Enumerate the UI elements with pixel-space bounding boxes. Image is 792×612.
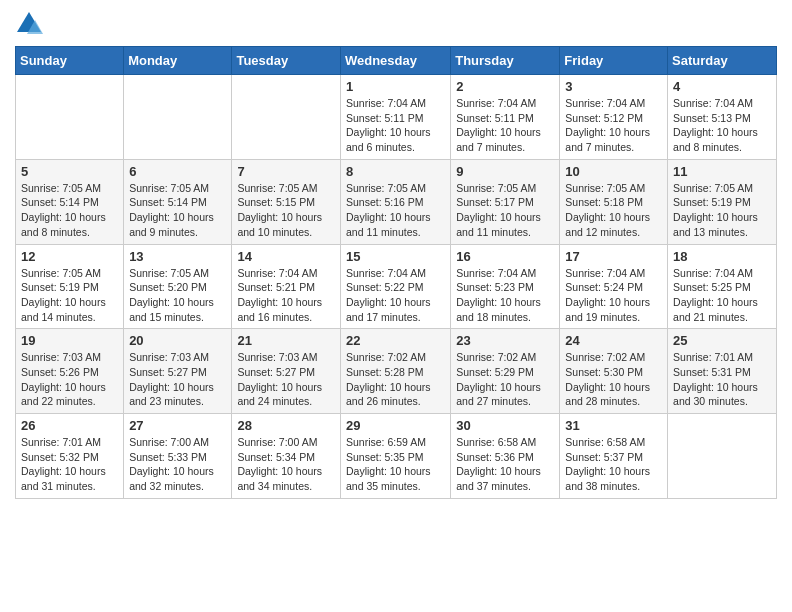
day-number: 21 — [237, 333, 335, 348]
day-number: 6 — [129, 164, 226, 179]
day-cell: 12Sunrise: 7:05 AMSunset: 5:19 PMDayligh… — [16, 244, 124, 329]
day-cell: 31Sunrise: 6:58 AMSunset: 5:37 PMDayligh… — [560, 414, 668, 499]
day-cell: 28Sunrise: 7:00 AMSunset: 5:34 PMDayligh… — [232, 414, 341, 499]
day-number: 25 — [673, 333, 771, 348]
day-number: 8 — [346, 164, 445, 179]
calendar-table: SundayMondayTuesdayWednesdayThursdayFrid… — [15, 46, 777, 499]
day-cell: 25Sunrise: 7:01 AMSunset: 5:31 PMDayligh… — [668, 329, 777, 414]
header-wednesday: Wednesday — [340, 47, 450, 75]
day-info: Sunrise: 7:04 AMSunset: 5:24 PMDaylight:… — [565, 266, 662, 325]
day-info: Sunrise: 7:04 AMSunset: 5:12 PMDaylight:… — [565, 96, 662, 155]
day-number: 15 — [346, 249, 445, 264]
header-friday: Friday — [560, 47, 668, 75]
day-number: 27 — [129, 418, 226, 433]
day-number: 28 — [237, 418, 335, 433]
day-cell: 21Sunrise: 7:03 AMSunset: 5:27 PMDayligh… — [232, 329, 341, 414]
page-header — [15, 10, 777, 38]
logo — [15, 10, 47, 38]
day-info: Sunrise: 7:01 AMSunset: 5:32 PMDaylight:… — [21, 435, 118, 494]
day-cell — [124, 75, 232, 160]
day-cell: 1Sunrise: 7:04 AMSunset: 5:11 PMDaylight… — [340, 75, 450, 160]
day-info: Sunrise: 7:00 AMSunset: 5:33 PMDaylight:… — [129, 435, 226, 494]
day-info: Sunrise: 7:03 AMSunset: 5:26 PMDaylight:… — [21, 350, 118, 409]
day-info: Sunrise: 7:02 AMSunset: 5:29 PMDaylight:… — [456, 350, 554, 409]
day-number: 26 — [21, 418, 118, 433]
day-cell: 4Sunrise: 7:04 AMSunset: 5:13 PMDaylight… — [668, 75, 777, 160]
day-info: Sunrise: 7:04 AMSunset: 5:25 PMDaylight:… — [673, 266, 771, 325]
day-cell: 29Sunrise: 6:59 AMSunset: 5:35 PMDayligh… — [340, 414, 450, 499]
day-cell: 8Sunrise: 7:05 AMSunset: 5:16 PMDaylight… — [340, 159, 450, 244]
day-cell: 23Sunrise: 7:02 AMSunset: 5:29 PMDayligh… — [451, 329, 560, 414]
day-info: Sunrise: 6:58 AMSunset: 5:36 PMDaylight:… — [456, 435, 554, 494]
day-number: 22 — [346, 333, 445, 348]
day-cell: 22Sunrise: 7:02 AMSunset: 5:28 PMDayligh… — [340, 329, 450, 414]
day-number: 4 — [673, 79, 771, 94]
day-info: Sunrise: 7:00 AMSunset: 5:34 PMDaylight:… — [237, 435, 335, 494]
day-cell: 27Sunrise: 7:00 AMSunset: 5:33 PMDayligh… — [124, 414, 232, 499]
day-info: Sunrise: 7:02 AMSunset: 5:30 PMDaylight:… — [565, 350, 662, 409]
day-cell: 3Sunrise: 7:04 AMSunset: 5:12 PMDaylight… — [560, 75, 668, 160]
day-number: 10 — [565, 164, 662, 179]
day-number: 31 — [565, 418, 662, 433]
day-cell: 26Sunrise: 7:01 AMSunset: 5:32 PMDayligh… — [16, 414, 124, 499]
day-cell — [16, 75, 124, 160]
week-row-4: 19Sunrise: 7:03 AMSunset: 5:26 PMDayligh… — [16, 329, 777, 414]
day-info: Sunrise: 7:05 AMSunset: 5:19 PMDaylight:… — [673, 181, 771, 240]
day-number: 7 — [237, 164, 335, 179]
header-sunday: Sunday — [16, 47, 124, 75]
logo-icon — [15, 10, 43, 38]
day-cell: 5Sunrise: 7:05 AMSunset: 5:14 PMDaylight… — [16, 159, 124, 244]
day-cell: 14Sunrise: 7:04 AMSunset: 5:21 PMDayligh… — [232, 244, 341, 329]
day-info: Sunrise: 7:04 AMSunset: 5:23 PMDaylight:… — [456, 266, 554, 325]
day-cell — [668, 414, 777, 499]
day-number: 11 — [673, 164, 771, 179]
day-cell: 17Sunrise: 7:04 AMSunset: 5:24 PMDayligh… — [560, 244, 668, 329]
day-number: 1 — [346, 79, 445, 94]
header-tuesday: Tuesday — [232, 47, 341, 75]
day-number: 17 — [565, 249, 662, 264]
day-info: Sunrise: 7:05 AMSunset: 5:16 PMDaylight:… — [346, 181, 445, 240]
day-cell: 11Sunrise: 7:05 AMSunset: 5:19 PMDayligh… — [668, 159, 777, 244]
week-row-5: 26Sunrise: 7:01 AMSunset: 5:32 PMDayligh… — [16, 414, 777, 499]
day-cell: 24Sunrise: 7:02 AMSunset: 5:30 PMDayligh… — [560, 329, 668, 414]
day-cell: 18Sunrise: 7:04 AMSunset: 5:25 PMDayligh… — [668, 244, 777, 329]
day-info: Sunrise: 7:05 AMSunset: 5:14 PMDaylight:… — [21, 181, 118, 240]
day-cell: 19Sunrise: 7:03 AMSunset: 5:26 PMDayligh… — [16, 329, 124, 414]
day-number: 14 — [237, 249, 335, 264]
day-info: Sunrise: 7:04 AMSunset: 5:22 PMDaylight:… — [346, 266, 445, 325]
day-cell: 9Sunrise: 7:05 AMSunset: 5:17 PMDaylight… — [451, 159, 560, 244]
calendar-header-row: SundayMondayTuesdayWednesdayThursdayFrid… — [16, 47, 777, 75]
day-info: Sunrise: 7:04 AMSunset: 5:11 PMDaylight:… — [456, 96, 554, 155]
day-info: Sunrise: 6:59 AMSunset: 5:35 PMDaylight:… — [346, 435, 445, 494]
day-number: 29 — [346, 418, 445, 433]
week-row-1: 1Sunrise: 7:04 AMSunset: 5:11 PMDaylight… — [16, 75, 777, 160]
day-cell: 10Sunrise: 7:05 AMSunset: 5:18 PMDayligh… — [560, 159, 668, 244]
day-number: 3 — [565, 79, 662, 94]
day-number: 24 — [565, 333, 662, 348]
day-number: 19 — [21, 333, 118, 348]
day-number: 30 — [456, 418, 554, 433]
header-monday: Monday — [124, 47, 232, 75]
day-info: Sunrise: 7:01 AMSunset: 5:31 PMDaylight:… — [673, 350, 771, 409]
day-cell: 20Sunrise: 7:03 AMSunset: 5:27 PMDayligh… — [124, 329, 232, 414]
day-number: 23 — [456, 333, 554, 348]
day-info: Sunrise: 7:05 AMSunset: 5:19 PMDaylight:… — [21, 266, 118, 325]
header-saturday: Saturday — [668, 47, 777, 75]
day-info: Sunrise: 7:05 AMSunset: 5:18 PMDaylight:… — [565, 181, 662, 240]
day-info: Sunrise: 7:05 AMSunset: 5:20 PMDaylight:… — [129, 266, 226, 325]
day-number: 9 — [456, 164, 554, 179]
day-info: Sunrise: 7:04 AMSunset: 5:21 PMDaylight:… — [237, 266, 335, 325]
day-info: Sunrise: 7:03 AMSunset: 5:27 PMDaylight:… — [129, 350, 226, 409]
day-info: Sunrise: 7:05 AMSunset: 5:15 PMDaylight:… — [237, 181, 335, 240]
day-info: Sunrise: 7:05 AMSunset: 5:14 PMDaylight:… — [129, 181, 226, 240]
day-info: Sunrise: 7:05 AMSunset: 5:17 PMDaylight:… — [456, 181, 554, 240]
day-number: 2 — [456, 79, 554, 94]
day-cell: 30Sunrise: 6:58 AMSunset: 5:36 PMDayligh… — [451, 414, 560, 499]
day-cell: 2Sunrise: 7:04 AMSunset: 5:11 PMDaylight… — [451, 75, 560, 160]
header-thursday: Thursday — [451, 47, 560, 75]
day-number: 13 — [129, 249, 226, 264]
day-number: 20 — [129, 333, 226, 348]
day-info: Sunrise: 6:58 AMSunset: 5:37 PMDaylight:… — [565, 435, 662, 494]
day-cell: 15Sunrise: 7:04 AMSunset: 5:22 PMDayligh… — [340, 244, 450, 329]
day-number: 18 — [673, 249, 771, 264]
